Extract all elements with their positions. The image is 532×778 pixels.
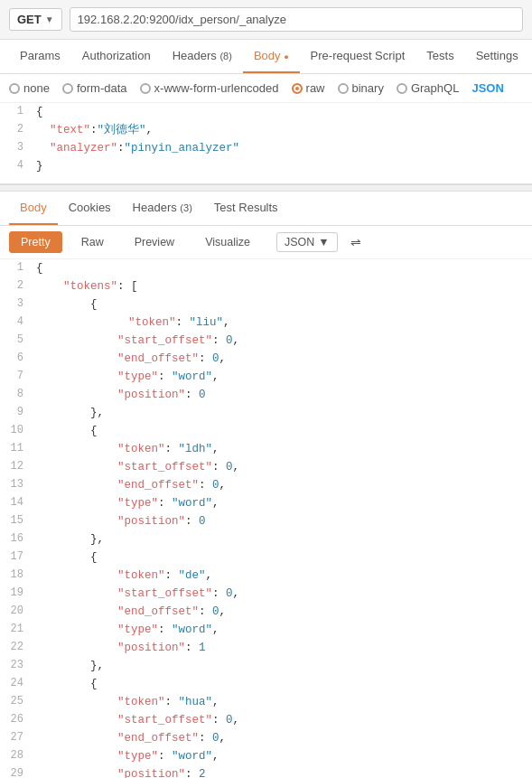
resp-line-15: 15 "position": 0 (0, 512, 532, 530)
resp-line-9: 9 }, (0, 404, 532, 422)
resp-line-10: 10 { (0, 422, 532, 440)
radio-formdata-icon (62, 83, 73, 94)
radio-urlencoded-icon (140, 83, 151, 94)
method-selector[interactable]: GET ▼ (9, 8, 62, 31)
resp-line-8: 8 "position": 0 (0, 386, 532, 404)
format-chevron-icon: ▼ (318, 236, 329, 248)
resp-line-5: 5 "start_offset": 0, (0, 332, 532, 350)
tab-pre-request-script[interactable]: Pre-request Script (300, 40, 416, 73)
tab-response-cookies[interactable]: Cookies (58, 192, 122, 225)
format-selector[interactable]: JSON ▼ (276, 232, 338, 252)
resp-line-18: 18 "token": "de", (0, 567, 532, 585)
url-bar: GET ▼ (0, 0, 532, 40)
resp-line-22: 22 "position": 1 (0, 639, 532, 657)
resp-line-4: 4 "token": "liu", (0, 314, 532, 332)
tab-response-headers[interactable]: Headers (3) (122, 192, 203, 225)
btn-preview[interactable]: Preview (123, 231, 186, 253)
response-body-content: 1 { 2 "tokens": [ 3 { 4 "token": "liu", … (0, 259, 532, 778)
resp-line-17: 17 { (0, 548, 532, 567)
tab-settings[interactable]: Settings (465, 40, 529, 73)
resp-line-2: 2 "tokens": [ (0, 277, 532, 295)
method-label: GET (17, 13, 42, 26)
resp-line-20: 20 "end_offset": 0, (0, 603, 532, 621)
req-line-1: 1 { (0, 103, 532, 121)
resp-line-6: 6 "end_offset": 0, (0, 350, 532, 368)
option-form-data[interactable]: form-data (62, 81, 127, 95)
response-toolbar: Pretty Raw Preview Visualize JSON ▼ ⇌ (0, 226, 532, 259)
resp-line-27: 27 "end_offset": 0, (0, 729, 532, 747)
option-raw[interactable]: raw (292, 81, 325, 95)
method-chevron-icon: ▼ (45, 14, 54, 24)
resp-line-16: 16 }, (0, 530, 532, 548)
tab-headers[interactable]: Headers (8) (162, 40, 243, 73)
format-label: JSON (285, 236, 314, 248)
request-tab-bar: Params Authorization Headers (8) Body ● … (0, 40, 532, 74)
tab-params[interactable]: Params (9, 40, 71, 73)
resp-line-3: 3 { (0, 295, 532, 314)
tab-body[interactable]: Body ● (243, 40, 300, 73)
btn-pretty[interactable]: Pretty (9, 231, 62, 253)
tab-response-test-results[interactable]: Test Results (203, 192, 289, 225)
radio-raw-icon (292, 83, 303, 94)
option-urlencoded[interactable]: x-www-form-urlencoded (140, 81, 279, 95)
req-line-3: 3 "analyzer":"pinyin_analyzer" (0, 139, 532, 157)
resp-line-28: 28 "type": "word", (0, 747, 532, 765)
radio-binary-icon (338, 83, 349, 94)
btn-visualize[interactable]: Visualize (193, 231, 262, 253)
request-body-editor[interactable]: 1 { 2 "text":"刘德华", 3 "analyzer":"pinyin… (0, 103, 532, 184)
resp-line-24: 24 { (0, 675, 532, 693)
tab-tests[interactable]: Tests (415, 40, 464, 73)
option-none[interactable]: none (9, 81, 50, 95)
url-input[interactable] (70, 7, 523, 32)
resp-line-12: 12 "start_offset": 0, (0, 458, 532, 476)
resp-line-13: 13 "end_offset": 0, (0, 476, 532, 494)
btn-raw[interactable]: Raw (70, 231, 116, 253)
resp-line-19: 19 "start_offset": 0, (0, 585, 532, 603)
resp-line-11: 11 "token": "ldh", (0, 440, 532, 458)
resp-line-14: 14 "type": "word", (0, 494, 532, 512)
resp-line-1: 1 { (0, 259, 532, 277)
tab-authorization[interactable]: Authorization (71, 40, 162, 73)
resp-line-26: 26 "start_offset": 0, (0, 711, 532, 729)
radio-graphql-icon (397, 83, 407, 94)
resp-line-21: 21 "type": "word", (0, 621, 532, 639)
radio-none-icon (9, 83, 20, 94)
option-graphql[interactable]: GraphQL (397, 81, 459, 95)
resp-line-25: 25 "token": "hua", (0, 693, 532, 711)
resp-line-7: 7 "type": "word", (0, 368, 532, 386)
section-divider (0, 184, 532, 192)
tab-response-body[interactable]: Body (9, 192, 58, 225)
resp-line-29: 29 "position": 2 (0, 765, 532, 778)
option-binary[interactable]: binary (338, 81, 384, 95)
req-line-4: 4 } (0, 157, 532, 175)
filter-icon[interactable]: ⇌ (345, 232, 367, 252)
resp-line-23: 23 }, (0, 657, 532, 675)
response-tab-bar: Body Cookies Headers (3) Test Results (0, 192, 532, 226)
json-format-link[interactable]: JSON (471, 81, 503, 95)
body-options-row: none form-data x-www-form-urlencoded raw… (0, 74, 532, 103)
req-line-2: 2 "text":"刘德华", (0, 121, 532, 139)
